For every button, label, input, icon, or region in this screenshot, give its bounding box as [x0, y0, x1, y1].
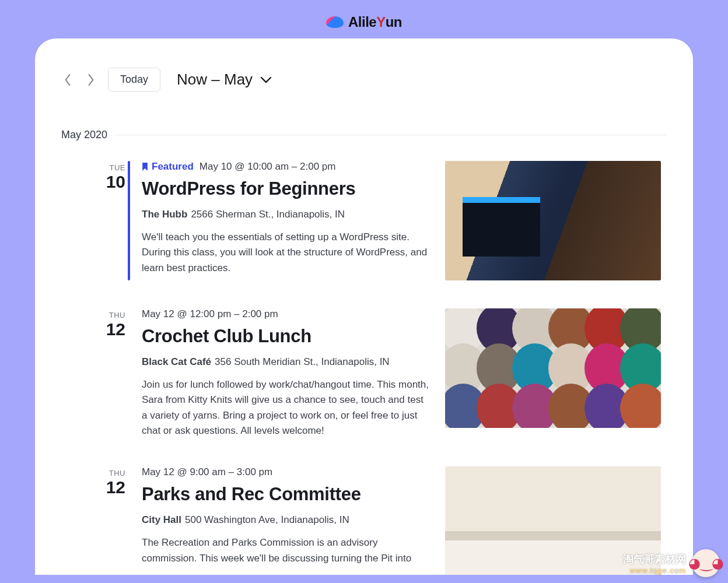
event-content: May 12 @ 9:00 am – 3:00 pm Parks and Rec… [142, 466, 429, 575]
event-description: Join us for lunch followed by work/chat/… [142, 377, 429, 438]
event-title[interactable]: Parks and Rec Committee [142, 484, 429, 505]
day-number: 10 [61, 172, 125, 191]
today-button[interactable]: Today [108, 68, 160, 92]
day-of-week: THU [61, 469, 125, 477]
event-meta: May 12 @ 9:00 am – 3:00 pm [142, 466, 429, 478]
chevron-right-icon [88, 74, 94, 86]
prev-button[interactable] [61, 73, 74, 86]
next-button[interactable] [85, 73, 97, 86]
month-label: May 2020 [61, 129, 107, 141]
event-date: THU 12 [61, 466, 125, 575]
event-image-wrap [445, 308, 667, 438]
event-datetime: May 12 @ 9:00 am – 3:00 pm [142, 466, 272, 478]
event-image[interactable] [445, 161, 661, 280]
event-venue: Black Cat Café356 South Meridian St., In… [142, 356, 429, 368]
event-datetime: May 12 @ 12:00 pm – 2:00 pm [142, 308, 278, 320]
day-number: 12 [61, 477, 125, 497]
chevron-left-icon [64, 74, 71, 86]
day-of-week: THU [61, 311, 125, 319]
date-range-picker[interactable]: Now – May [177, 71, 271, 89]
featured-indicator [128, 161, 130, 280]
month-heading: May 2020 [61, 129, 667, 141]
event-title[interactable]: WordPress for Beginners [142, 178, 429, 199]
divider [116, 135, 667, 135]
event-content: May 12 @ 12:00 pm – 2:00 pm Crochet Club… [142, 308, 429, 438]
event-row: THU 12 May 12 @ 9:00 am – 3:00 pm Parks … [61, 466, 667, 575]
event-image-wrap [445, 161, 667, 280]
events-card: Today Now – May May 2020 TUE 10 Featur [35, 38, 693, 575]
event-content: Featured May 10 @ 10:00 am – 2:00 pm Wor… [142, 161, 429, 280]
day-number: 12 [61, 319, 125, 339]
day-of-week: TUE [61, 163, 125, 172]
watermark-title: 淘气哥素材网 [623, 552, 686, 566]
chevron-down-icon [261, 76, 271, 83]
watermark-mascot-icon: ◕‿◕ [692, 549, 720, 577]
event-row: TUE 10 Featured May 10 @ 10:00 am – 2:00… [61, 161, 667, 280]
logo-bar: AlileYun [35, 12, 693, 33]
bookmark-icon [142, 163, 148, 171]
date-range-label: Now – May [177, 71, 253, 89]
event-venue: City Hall500 Washington Ave, Indianapoli… [142, 514, 429, 526]
logo-text: AlileYun [348, 14, 402, 30]
event-description: We'll teach you the essentials of settin… [142, 230, 429, 276]
event-image[interactable] [445, 308, 661, 428]
event-date: THU 12 [61, 308, 125, 438]
watermark-url: www.tqge.com [623, 566, 686, 575]
watermark: 淘气哥素材网 www.tqge.com ◕‿◕ [623, 549, 720, 577]
toolbar: Today Now – May [61, 68, 667, 92]
cloud-logo-icon [326, 16, 344, 28]
event-date: TUE 10 [61, 161, 125, 280]
event-venue: The Hubb2566 Sherman St., Indianapolis, … [142, 209, 429, 220]
event-datetime: May 10 @ 10:00 am – 2:00 pm [200, 161, 336, 173]
event-meta: Featured May 10 @ 10:00 am – 2:00 pm [142, 161, 429, 173]
event-row: THU 12 May 12 @ 12:00 pm – 2:00 pm Croch… [61, 308, 667, 438]
featured-tag: Featured [142, 161, 194, 173]
event-description: The Recreation and Parks Commission is a… [142, 535, 429, 566]
event-meta: May 12 @ 12:00 pm – 2:00 pm [142, 308, 429, 320]
page-background: AlileYun Today Now – May May 2020 TUE [0, 0, 728, 583]
event-title[interactable]: Crochet Club Lunch [142, 326, 429, 347]
